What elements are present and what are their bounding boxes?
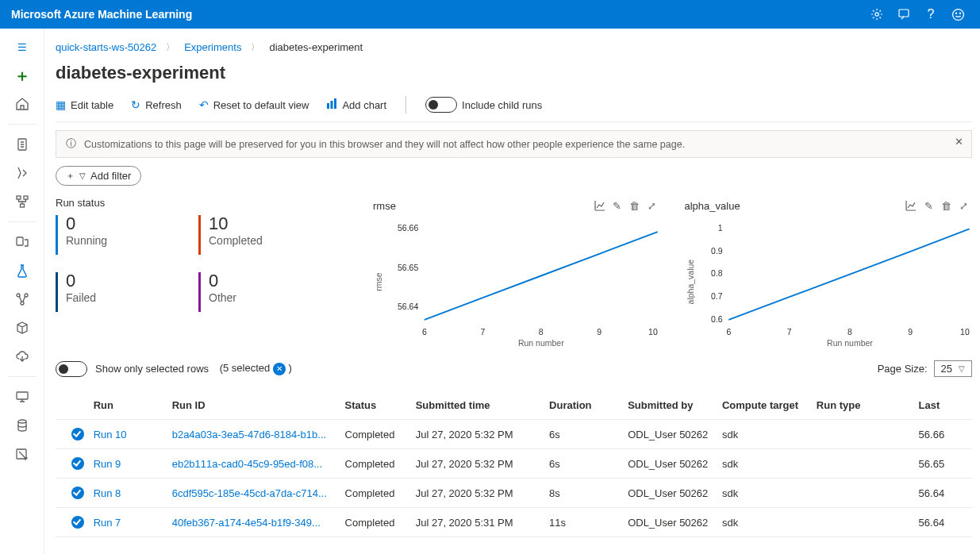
edit-icon[interactable]: ✎ xyxy=(920,197,937,214)
col-run[interactable]: Run xyxy=(94,399,172,411)
clear-selection-button[interactable]: ✕ xyxy=(273,363,286,375)
chevron-right-icon: 〉 xyxy=(251,41,259,53)
table-header: Run Run ID Status Submitted time Duratio… xyxy=(56,391,972,420)
chart-title: alpha_value xyxy=(685,200,903,212)
table-row[interactable]: Run 86cdf595c-185e-45cd-a7da-c714...Comp… xyxy=(56,479,972,508)
designer-icon[interactable] xyxy=(8,190,37,214)
breadcrumb-experiments[interactable]: Experiments xyxy=(184,41,241,53)
edit-icon[interactable]: ✎ xyxy=(609,197,626,214)
svg-rect-7 xyxy=(24,196,28,199)
row-check-icon[interactable] xyxy=(71,457,84,470)
delete-icon[interactable]: 🗑 xyxy=(937,197,955,214)
smile-icon[interactable] xyxy=(947,3,969,25)
expand-icon[interactable]: ⤢ xyxy=(955,197,972,214)
add-chart-button[interactable]: Add chart xyxy=(326,98,386,112)
breadcrumb: quick-starts-ws-50262 〉 Experiments 〉 di… xyxy=(56,37,972,60)
run-id-link[interactable]: b2a4a03a-3ea5-47d6-8184-b1b... xyxy=(172,429,326,441)
col-time[interactable]: Submitted time xyxy=(416,399,549,411)
close-icon[interactable]: ✕ xyxy=(955,136,963,148)
chevron-right-icon: 〉 xyxy=(166,41,175,53)
svg-text:1: 1 xyxy=(717,224,722,233)
svg-text:6: 6 xyxy=(726,328,731,337)
chart-alpha: alpha_value ✎ 🗑 ⤢ alpha_value 1 0.9 0.8 … xyxy=(685,197,973,356)
filter-icon: ▽ xyxy=(79,171,86,180)
row-check-icon[interactable] xyxy=(71,487,84,499)
row-check-icon[interactable] xyxy=(71,516,84,529)
row-check-icon[interactable] xyxy=(71,428,84,441)
add-filter-button[interactable]: ＋ ▽ Add filter xyxy=(56,166,141,186)
run-link[interactable]: Run 9 xyxy=(94,458,121,470)
run-link[interactable]: Run 10 xyxy=(94,429,127,441)
run-link[interactable]: Run 7 xyxy=(94,517,121,529)
svg-rect-8 xyxy=(20,204,24,207)
line-chart-icon[interactable] xyxy=(591,197,609,214)
col-by[interactable]: Submitted by xyxy=(628,399,722,411)
compute-icon[interactable] xyxy=(8,385,37,409)
reset-view-button[interactable]: ↶Reset to default view xyxy=(199,98,309,111)
svg-text:0.9: 0.9 xyxy=(711,247,723,256)
col-status[interactable]: Status xyxy=(345,399,416,411)
table-row[interactable]: Run 10b2a4a03a-3ea5-47d6-8184-b1b...Comp… xyxy=(56,420,972,449)
info-text: Customizations to this page will be pres… xyxy=(84,139,685,150)
edit-table-button[interactable]: ▦Edit table xyxy=(56,98,113,111)
refresh-button[interactable]: ↻Refresh xyxy=(131,98,182,111)
page-size-select[interactable]: 25▽ xyxy=(934,360,972,377)
svg-text:56.66: 56.66 xyxy=(398,224,418,233)
table-row[interactable]: Run 740feb367-a174-4e54-b1f9-349...Compl… xyxy=(56,508,972,537)
expand-icon[interactable]: ⤢ xyxy=(644,197,661,214)
show-selected-toggle[interactable] xyxy=(56,361,87,377)
svg-text:7: 7 xyxy=(786,328,791,337)
breadcrumb-workspace[interactable]: quick-starts-ws-50262 xyxy=(56,41,156,53)
toggle-switch[interactable] xyxy=(425,97,457,113)
col-last[interactable]: Last xyxy=(919,399,966,411)
line-chart-icon[interactable] xyxy=(902,197,920,214)
chart-rmse: rmse ✎ 🗑 ⤢ rmse 56.66 56.65 56.64 6 7 8 xyxy=(373,197,661,356)
table-controls: Show only selected rows (5 selected ✕ ) … xyxy=(56,360,972,377)
labeling-icon[interactable] xyxy=(8,442,37,466)
include-child-runs-toggle[interactable]: Include child runs xyxy=(425,97,542,113)
svg-text:10: 10 xyxy=(960,328,970,337)
svg-point-12 xyxy=(21,302,24,305)
run-link[interactable]: Run 8 xyxy=(94,487,121,499)
feedback-icon[interactable] xyxy=(893,3,915,25)
info-icon: ⓘ xyxy=(66,137,76,151)
settings-icon[interactable] xyxy=(866,3,888,25)
svg-text:Run number: Run number xyxy=(827,339,873,348)
help-icon[interactable]: ? xyxy=(920,3,942,25)
table-row[interactable]: Run 9eb2b111a-cad0-45c9-95ed-f08...Compl… xyxy=(56,449,972,479)
chart-icon xyxy=(326,98,337,112)
home-icon[interactable] xyxy=(8,92,37,116)
app-title: Microsoft Azure Machine Learning xyxy=(11,8,861,21)
col-type[interactable]: Run type xyxy=(817,399,919,411)
run-id-link[interactable]: eb2b111a-cad0-45c9-95ed-f08... xyxy=(172,458,322,470)
pipelines-icon[interactable] xyxy=(8,287,37,311)
delete-icon[interactable]: 🗑 xyxy=(626,197,644,214)
models-icon[interactable] xyxy=(8,316,37,340)
svg-text:7: 7 xyxy=(480,328,485,337)
create-icon[interactable]: ＋ xyxy=(8,63,37,87)
col-target[interactable]: Compute target xyxy=(722,399,817,411)
page-title: diabetes-experiment xyxy=(56,60,972,96)
svg-text:10: 10 xyxy=(648,328,658,337)
col-dur[interactable]: Duration xyxy=(549,399,628,411)
svg-text:9: 9 xyxy=(908,328,913,337)
endpoints-icon[interactable] xyxy=(8,344,37,368)
automl-icon[interactable] xyxy=(8,161,37,185)
run-id-link[interactable]: 6cdf595c-185e-45cd-a7da-c714... xyxy=(172,487,327,499)
svg-text:0.8: 0.8 xyxy=(711,269,723,278)
svg-rect-13 xyxy=(17,392,28,399)
svg-point-0 xyxy=(875,13,878,16)
datasets-icon[interactable] xyxy=(8,230,37,254)
notebook-icon[interactable] xyxy=(8,133,37,156)
svg-point-2 xyxy=(952,9,963,20)
alpha-plot: alpha_value 1 0.9 0.8 0.7 0.6 6 7 8 9 10… xyxy=(685,214,973,353)
run-id-link[interactable]: 40feb367-a174-4e54-b1f9-349... xyxy=(172,517,321,529)
experiments-icon[interactable] xyxy=(8,259,37,283)
reset-icon: ↶ xyxy=(199,98,209,111)
hamburger-icon[interactable]: ☰ xyxy=(8,35,37,59)
col-id[interactable]: Run ID xyxy=(172,399,345,411)
status-tile: 0Running xyxy=(56,215,175,255)
svg-point-14 xyxy=(18,420,26,423)
content-area: quick-starts-ws-50262 〉 Experiments 〉 di… xyxy=(44,29,980,554)
datastores-icon[interactable] xyxy=(8,414,37,437)
